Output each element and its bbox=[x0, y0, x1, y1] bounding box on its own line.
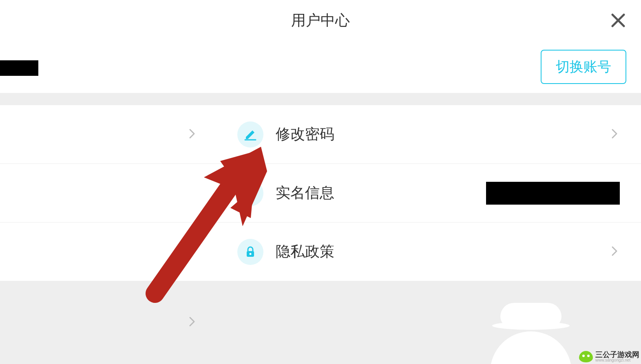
watermark: 三公子游戏网 www.sangongzi.net bbox=[579, 351, 639, 362]
left-column bbox=[0, 105, 219, 364]
watermark-logo-icon bbox=[579, 351, 593, 362]
svg-point-4 bbox=[250, 253, 252, 255]
avatar-silhouette-icon bbox=[490, 299, 572, 364]
account-bar: 切换账号 bbox=[0, 41, 641, 93]
menu-item-blank bbox=[219, 281, 641, 364]
redacted-real-name-value bbox=[486, 182, 620, 205]
menu-label: 修改密码 bbox=[276, 124, 609, 144]
chevron-right-icon bbox=[187, 316, 197, 329]
edit-icon bbox=[237, 121, 263, 148]
id-card-icon bbox=[237, 180, 263, 206]
left-row-4[interactable] bbox=[0, 281, 219, 364]
close-button[interactable] bbox=[610, 12, 626, 30]
chevron-right-icon bbox=[187, 246, 197, 258]
watermark-text: 三公子游戏网 bbox=[595, 351, 639, 358]
main-columns: 修改密码 实名信息 隐私政策 bbox=[0, 105, 641, 364]
left-row-1[interactable] bbox=[0, 105, 219, 164]
menu-label: 隐私政策 bbox=[276, 242, 609, 262]
menu-label: 实名信息 bbox=[276, 183, 486, 203]
chevron-right-icon bbox=[609, 246, 620, 258]
svg-rect-0 bbox=[245, 190, 255, 197]
menu-item-privacy-policy[interactable]: 隐私政策 bbox=[219, 223, 641, 281]
switch-account-button[interactable]: 切换账号 bbox=[541, 50, 626, 84]
switch-account-label: 切换账号 bbox=[556, 57, 611, 76]
menu-item-change-password[interactable]: 修改密码 bbox=[219, 105, 641, 164]
svg-rect-1 bbox=[247, 192, 251, 193]
redacted-username bbox=[0, 60, 38, 76]
watermark-url: www.sangongzi.net bbox=[595, 358, 639, 362]
left-row-3[interactable] bbox=[0, 223, 219, 281]
svg-rect-2 bbox=[247, 194, 253, 195]
right-column: 修改密码 实名信息 隐私政策 bbox=[219, 105, 641, 364]
left-row-2[interactable] bbox=[0, 164, 219, 223]
lock-icon bbox=[237, 239, 263, 265]
section-separator bbox=[0, 93, 641, 105]
header: 用户中心 bbox=[0, 0, 641, 41]
chevron-right-icon bbox=[187, 128, 197, 141]
chevron-right-icon bbox=[609, 128, 620, 141]
menu-item-real-name[interactable]: 实名信息 bbox=[219, 164, 641, 223]
close-icon bbox=[610, 23, 626, 30]
page-title: 用户中心 bbox=[291, 11, 350, 31]
